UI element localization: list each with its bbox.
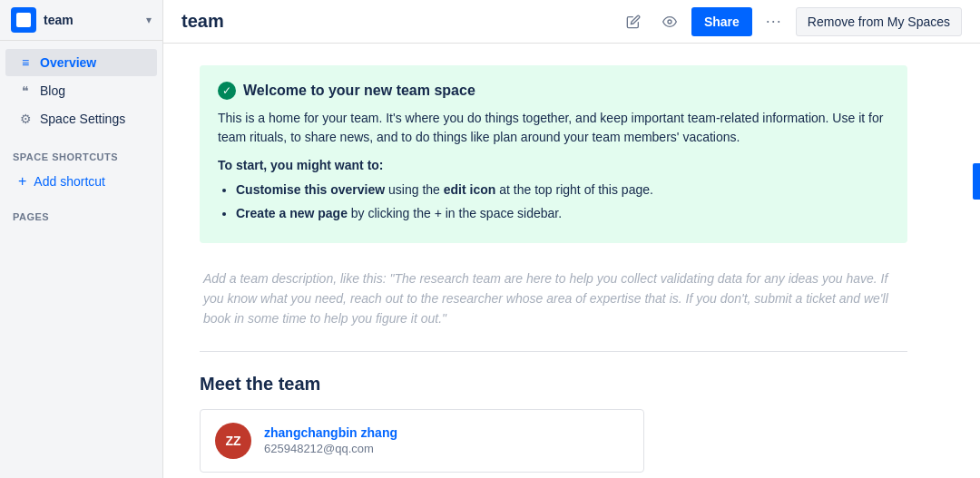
welcome-box: ✓ Welcome to your new team space This is… — [200, 65, 907, 243]
add-shortcut-button[interactable]: + Add shortcut — [5, 167, 157, 196]
blog-icon: ❝ — [18, 83, 33, 98]
welcome-description: This is a home for your team. It's where… — [218, 109, 889, 147]
customise-bold: Customise this overview — [236, 182, 385, 197]
plus-icon: + — [18, 173, 26, 190]
edit-button[interactable] — [619, 7, 648, 36]
member-email: 625948212@qq.com — [264, 442, 397, 455]
svg-point-0 — [668, 20, 671, 24]
overview-icon: ≡ — [18, 55, 33, 70]
customise-end: at the top right of this page. — [499, 182, 653, 197]
add-shortcut-label: Add shortcut — [34, 174, 105, 189]
welcome-title: Welcome to your new team space — [243, 83, 475, 99]
edit-icon-link[interactable]: edit icon — [444, 182, 496, 197]
welcome-list-item-2: Create a new page by clicking the + in t… — [236, 203, 889, 225]
eye-icon — [662, 15, 677, 29]
topbar: team Share ··· Remove from My Spaces — [163, 0, 980, 44]
welcome-header: ✓ Welcome to your new team space — [218, 82, 889, 100]
page-title: team — [181, 11, 610, 32]
member-info: zhangchangbin zhang 625948212@qq.com — [264, 425, 397, 455]
team-member-card[interactable]: ZZ zhangchangbin zhang 625948212@qq.com — [200, 409, 644, 473]
topbar-actions: Share ··· Remove from My Spaces — [619, 7, 962, 36]
content-area: ✓ Welcome to your new team space This is… — [163, 44, 944, 478]
ellipsis-icon: ··· — [766, 12, 782, 31]
description-placeholder[interactable]: Add a team description, like this: "The … — [200, 268, 907, 329]
remove-from-spaces-button[interactable]: Remove from My Spaces — [796, 7, 962, 36]
sidebar-item-blog[interactable]: ❝ Blog — [5, 77, 157, 104]
sidebar-navigation: ≡ Overview ❝ Blog ⚙ Space Settings — [0, 41, 162, 141]
sidebar-item-overview[interactable]: ≡ Overview — [5, 49, 157, 76]
check-icon: ✓ — [218, 82, 236, 100]
meet-team-title: Meet the team — [200, 374, 907, 395]
watch-button[interactable] — [655, 7, 684, 36]
sidebar-blog-label: Blog — [40, 83, 65, 98]
meet-team-section: Meet the team ZZ zhangchangbin zhang 625… — [200, 374, 907, 473]
side-tab-indicator — [973, 163, 980, 200]
main-content: team Share ··· Remove from My Spaces ✓ W… — [163, 0, 980, 478]
chevron-down-icon: ▾ — [146, 14, 152, 26]
divider — [200, 351, 907, 352]
gear-icon: ⚙ — [18, 112, 33, 126]
sidebar-header[interactable]: team ▾ — [0, 0, 162, 41]
pages-section-label: PAGES — [0, 197, 162, 226]
create-page-bold: Create a new page — [236, 206, 348, 220]
pencil-icon — [626, 15, 641, 29]
welcome-list: Customise this overview using the edit i… — [236, 180, 889, 225]
avatar: ZZ — [215, 423, 251, 459]
sidebar-overview-label: Overview — [40, 55, 96, 70]
member-name[interactable]: zhangchangbin zhang — [264, 425, 397, 440]
sidebar-item-space-settings[interactable]: ⚙ Space Settings — [5, 105, 157, 132]
welcome-start-text: To start, you might want to: — [218, 158, 889, 172]
create-page-text: by clicking the + in the space sidebar. — [351, 206, 562, 220]
sidebar-settings-label: Space Settings — [40, 112, 125, 126]
sidebar: team ▾ ≡ Overview ❝ Blog ⚙ Space Setting… — [0, 0, 163, 478]
welcome-list-item-1: Customise this overview using the edit i… — [236, 180, 889, 201]
more-options-button[interactable]: ··· — [760, 7, 789, 36]
shortcuts-section-label: SPACE SHORTCUTS — [0, 141, 162, 166]
space-name: team — [44, 13, 139, 27]
customise-text: using the — [388, 182, 444, 197]
share-button[interactable]: Share — [691, 7, 752, 36]
app-logo — [11, 7, 36, 33]
